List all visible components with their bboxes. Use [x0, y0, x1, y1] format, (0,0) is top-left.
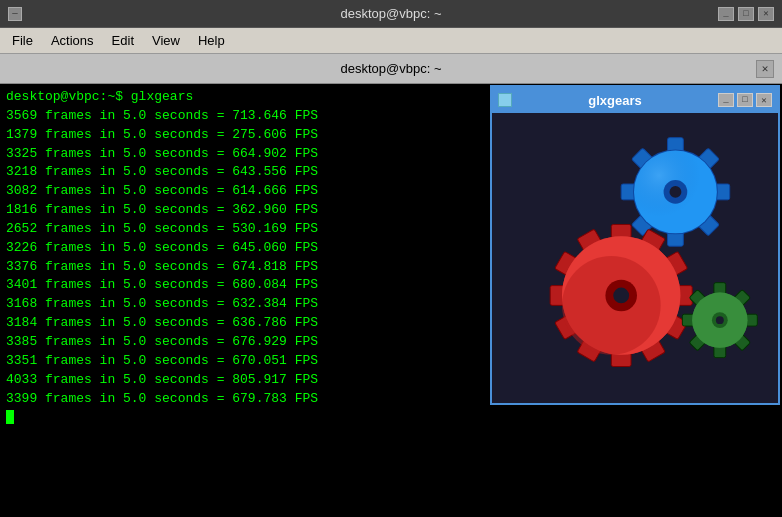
- title-bar-buttons: _ □ ✕: [718, 7, 774, 21]
- menu-bar: File Actions Edit View Help: [0, 28, 782, 54]
- tab-title: desktop@vbpc: ~: [340, 61, 441, 76]
- glxgears-minimize-btn[interactable]: _: [718, 93, 734, 107]
- title-bar-title: desktop@vbpc: ~: [340, 6, 441, 21]
- menu-file[interactable]: File: [4, 31, 41, 50]
- title-bar: ─ desktop@vbpc: ~ _ □ ✕: [0, 0, 782, 28]
- glxgears-canvas: [492, 113, 778, 403]
- gears-svg: [492, 113, 778, 403]
- window-menu-icon[interactable]: ─: [8, 7, 22, 21]
- cursor: [6, 410, 14, 424]
- glxgears-controls: _ □ ✕: [718, 93, 772, 107]
- menu-edit[interactable]: Edit: [104, 31, 142, 50]
- menu-actions[interactable]: Actions: [43, 31, 102, 50]
- terminal-content: desktop@vbpc:~$ glxgears 3569 frames in …: [0, 84, 782, 517]
- svg-point-13: [670, 186, 682, 198]
- menu-view[interactable]: View: [144, 31, 188, 50]
- terminal-window: ─ desktop@vbpc: ~ _ □ ✕ File Actions Edi…: [0, 0, 782, 517]
- glxgears-close-btn[interactable]: ✕: [756, 93, 772, 107]
- glxgears-title: glxgears: [588, 93, 641, 108]
- glxgears-window: glxgears _ □ ✕: [490, 85, 780, 405]
- menu-help[interactable]: Help: [190, 31, 233, 50]
- minimize-button[interactable]: _: [718, 7, 734, 21]
- cursor-line: [6, 408, 776, 427]
- tab-bar: desktop@vbpc: ~ ✕: [0, 54, 782, 84]
- tab-close-button[interactable]: ✕: [756, 60, 774, 78]
- title-bar-left: ─: [8, 7, 22, 21]
- svg-point-42: [716, 316, 724, 324]
- glxgears-titlebar: glxgears _ □ ✕: [492, 87, 778, 113]
- glxgears-maximize-btn[interactable]: □: [737, 93, 753, 107]
- maximize-button[interactable]: □: [738, 7, 754, 21]
- svg-point-30: [613, 288, 629, 304]
- glxgears-icon: [498, 93, 512, 107]
- close-button[interactable]: ✕: [758, 7, 774, 21]
